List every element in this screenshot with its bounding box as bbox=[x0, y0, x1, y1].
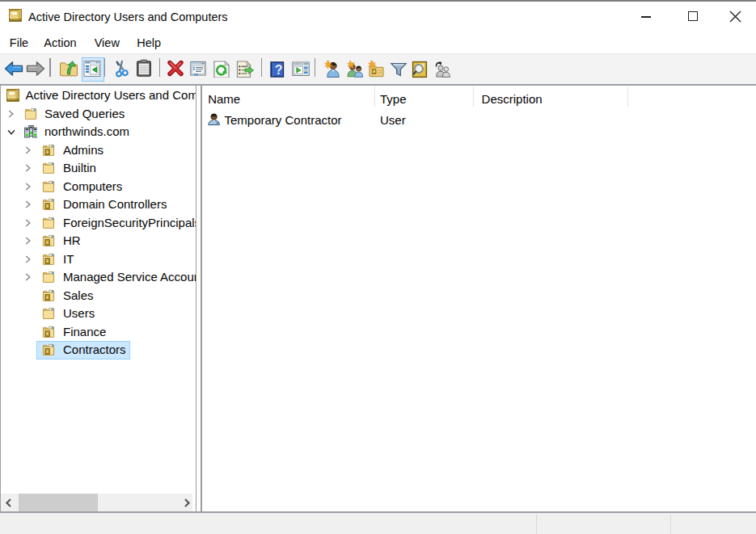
svg-text:?: ? bbox=[274, 63, 282, 77]
